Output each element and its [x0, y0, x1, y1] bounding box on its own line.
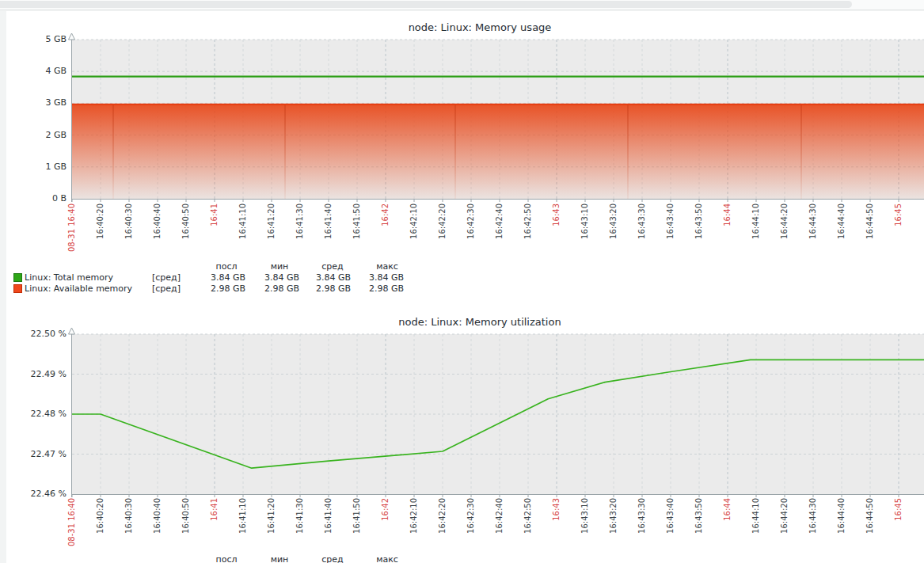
legend-swatch-available-memory — [13, 284, 22, 293]
y-axis-label: 22.49 % — [16, 369, 67, 380]
y-axis-label: 4 GB — [16, 66, 67, 77]
legend-stat-value: 3.84 GB — [333, 272, 404, 283]
x-axis-label: 16:40:30 — [124, 204, 133, 239]
x-axis-label: 16:43:30 — [637, 498, 646, 534]
legend-series-label: Linux: Available memory — [25, 283, 132, 294]
x-axis-label: 16:40:20 — [96, 204, 105, 239]
x-axis-label: 16:44:10 — [751, 204, 760, 239]
x-axis-label: 16:44:20 — [780, 204, 789, 239]
y-axis-label: 2 GB — [16, 130, 67, 141]
x-axis-label: 16:42:10 — [409, 204, 418, 239]
x-axis-label: 16:44 — [723, 498, 732, 521]
chart-title-memory-usage: node: Linux: Memory usage — [0, 21, 924, 33]
x-axis-label: 16:42 — [381, 498, 390, 521]
legend-header: макс — [356, 554, 419, 563]
scrollbar-thumb[interactable] — [0, 1, 852, 8]
x-axis-label: 16:41:10 — [238, 204, 247, 239]
legend-header: макс — [356, 261, 419, 272]
x-axis-label: 16:41:50 — [352, 204, 361, 239]
x-axis-label: 16:41:20 — [267, 204, 276, 239]
x-axis-label: 16:44:10 — [751, 498, 760, 534]
x-axis-label: 16:43 — [552, 204, 561, 226]
x-axis-label: 08-31 16:40 — [67, 204, 76, 252]
x-axis-label: 16:41:40 — [324, 498, 333, 534]
x-axis-label: 16:42:30 — [466, 498, 475, 534]
x-axis-label: 16:41 — [210, 204, 219, 226]
x-axis-label: 16:40:40 — [153, 498, 162, 534]
x-axis-label: 08-31 16:40 — [67, 498, 76, 546]
x-axis-label: 16:41:10 — [238, 498, 247, 534]
x-axis-label: 16:44:20 — [780, 498, 789, 534]
x-axis-label: 16:44:50 — [865, 498, 874, 534]
y-axis-label: 0 B — [16, 193, 67, 204]
x-axis-label: 16:40:40 — [153, 204, 162, 239]
x-axis-label: 16:42:40 — [495, 498, 504, 534]
y-axis-label: 5 GB — [16, 34, 67, 45]
x-axis-label: 16:44 — [723, 204, 732, 226]
legend-header: сред — [301, 261, 364, 272]
y-axis-label: 22.50 % — [16, 329, 67, 340]
x-axis-label: 16:42:40 — [495, 204, 504, 239]
x-axis-label: 16:43:10 — [580, 498, 589, 534]
x-axis-label: 16:45 — [894, 204, 903, 226]
x-axis-label: 16:40:50 — [181, 204, 190, 239]
x-axis-label: 16:43:10 — [580, 204, 589, 239]
x-axis-label: 16:43:40 — [666, 204, 675, 239]
chart-labels-layer: node: Linux: Memory usage node: Linux: M… — [0, 0, 924, 563]
x-axis-label: 16:40:30 — [124, 498, 133, 534]
y-axis-label: 3 GB — [16, 97, 67, 108]
x-axis-label: 16:41:30 — [295, 498, 304, 534]
x-axis-label: 16:43:30 — [637, 204, 646, 239]
legend-header: сред — [301, 554, 364, 563]
legend-series-label: Linux: Total memory — [25, 272, 113, 283]
x-axis-label: 16:42:30 — [466, 204, 475, 239]
x-axis-label: 16:41:30 — [295, 204, 304, 239]
x-axis-label: 16:44:30 — [808, 204, 817, 239]
y-axis-label: 22.46 % — [16, 489, 67, 500]
x-axis-label: 16:42:10 — [409, 498, 418, 534]
x-axis-label: 16:42:20 — [438, 498, 447, 534]
x-axis-label: 16:43:40 — [666, 498, 675, 534]
y-axis-label: 22.47 % — [16, 449, 67, 460]
x-axis-label: 16:41 — [210, 498, 219, 521]
x-axis-label: 16:42:50 — [523, 498, 532, 534]
x-axis-label: 16:40:20 — [96, 498, 105, 534]
x-axis-label: 16:44:40 — [837, 204, 846, 239]
x-axis-label: 16:42:20 — [438, 204, 447, 239]
x-axis-label: 16:43:20 — [609, 498, 618, 534]
x-axis-label: 16:41:40 — [324, 204, 333, 239]
x-axis-label: 16:41:20 — [267, 498, 276, 534]
x-axis-label: 16:44:30 — [808, 498, 817, 534]
legend-stat-value: 2.98 GB — [333, 283, 404, 294]
x-axis-label: 16:40:50 — [181, 498, 190, 534]
x-axis-label: 16:43 — [552, 498, 561, 521]
x-axis-label: 16:44:50 — [865, 204, 874, 239]
x-axis-label: 16:45 — [894, 498, 903, 521]
x-axis-label: 16:44:40 — [837, 498, 846, 534]
y-axis-label: 1 GB — [16, 162, 67, 173]
chart-title-memory-utilization: node: Linux: Memory utilization — [0, 316, 924, 328]
x-axis-label: 16:43:50 — [694, 498, 703, 534]
x-axis-label: 16:43:50 — [694, 204, 703, 239]
y-axis-label: 22.48 % — [16, 409, 67, 420]
horizontal-scrollbar — [0, 0, 924, 10]
x-axis-label: 16:43:20 — [609, 204, 618, 239]
legend-swatch-total-memory — [13, 273, 22, 282]
x-axis-label: 16:41:50 — [352, 498, 361, 534]
x-axis-label: 16:42 — [381, 204, 390, 226]
x-axis-label: 16:42:50 — [523, 204, 532, 239]
